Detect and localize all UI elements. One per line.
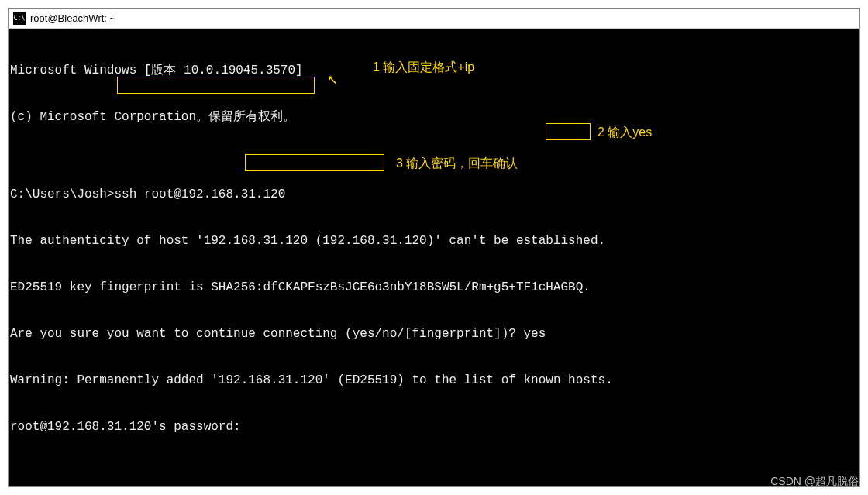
highlight-box-ssh-command [117,77,315,94]
highlight-box-password [245,154,384,171]
cmd-icon: C:\ [13,12,26,25]
prompt-line: C:\Users\Josh>ssh root@192.168.31.120 [10,187,858,202]
ssh-confirm-prompt: Are you sure you want to continue connec… [10,327,524,341]
titlebar[interactable]: C:\ root@BleachWrt: ~ [9,9,859,29]
terminal-area[interactable]: Microsoft Windows [版本 10.0.19045.3570] (… [9,29,859,486]
ssh-confirm-answer: yes [524,327,546,341]
prompt: C:\Users\Josh> [10,187,114,201]
output-line: ED25519 key fingerprint is SHA256:dfCKAP… [10,280,858,295]
output-line: Warning: Permanently added '192.168.31.1… [10,373,858,388]
ssh-command: ssh root@192.168.31.120 [114,187,285,201]
password-prompt: root@192.168.31.120's password: [10,419,858,435]
watermark: CSDN @超凡脱俗 [770,475,859,489]
output-line: (c) Microsoft Corporation。保留所有权利。 [10,109,858,125]
annotation-3: 3 输入密码，回车确认 [396,156,518,171]
arrow-icon: ➚ [328,74,337,89]
highlight-box-yes [546,123,591,140]
terminal-window: C:\ root@BleachWrt: ~ Microsoft Windows … [8,8,860,487]
window-title: root@BleachWrt: ~ [30,12,115,24]
annotation-1: 1 输入固定格式+ip [373,60,474,75]
annotation-2: 2 输入yes [598,125,652,140]
output-line: Are you sure you want to continue connec… [10,326,858,342]
output-line: The authenticity of host '192.168.31.120… [10,233,858,249]
